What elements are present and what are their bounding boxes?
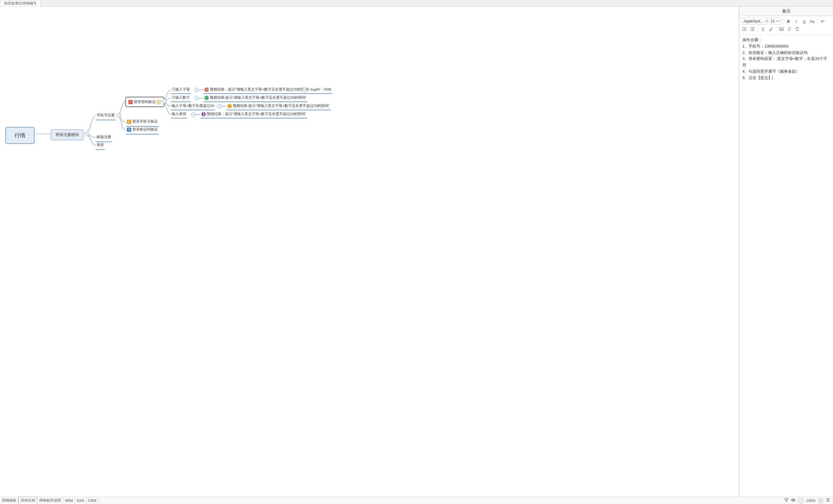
notes-line: 3、登录密码设置：:英文字母+数字，长度20个字符 <box>742 56 830 69</box>
canvas[interactable]: 行情 登录注册模块 − 手机号注册 − 邮箱注册 登录 1 登录密码验证 − 2… <box>0 7 739 497</box>
link-icon <box>787 27 791 31</box>
top-tab-bar: 供应链测试用例编写 <box>0 0 833 7</box>
result-node[interactable]: ✓ 预期结果:提示"请输入英文字母+数字且长度不超过20的密码" <box>204 95 307 102</box>
highlight-icon <box>769 27 773 31</box>
font-size-select[interactable]: 13 ▲▼ <box>769 18 781 25</box>
collapse-icon[interactable]: − <box>162 99 167 103</box>
italic-button[interactable]: I <box>793 18 800 25</box>
clipboard-button[interactable] <box>794 26 801 32</box>
notes-toolbar: .AppleSyst... ▲▼ 13 ▲▼ B I U Aa ≡▾ <box>739 16 833 34</box>
font-size-value: 13 <box>770 19 775 23</box>
bugid-node[interactable]: bugID：7568 <box>310 87 332 94</box>
bottom-tab[interactable]: CRM <box>86 497 98 504</box>
top-tab[interactable]: 供应链测试用例编写 <box>0 0 41 6</box>
bottom-tabs: 用例模板 用例实例 用例相关说明 SRM EAS CRM <box>0 497 784 504</box>
font-family-select[interactable]: .AppleSyst... ▲▼ <box>741 18 768 25</box>
separator <box>758 26 758 32</box>
link-button[interactable] <box>786 26 793 32</box>
case-node[interactable]: 只输入数字 <box>171 95 191 102</box>
bottom-tools: − 100% + <box>784 497 833 504</box>
indent-increase-button[interactable] <box>749 26 756 32</box>
align-button[interactable]: ≡▾ <box>819 18 826 25</box>
svg-point-1 <box>781 28 781 29</box>
notes-line: 2、短信验证：输入正确的短信验证码 <box>742 50 830 56</box>
bottom-bar: 用例模板 用例实例 用例相关说明 SRM EAS CRM − 100% + <box>0 497 833 504</box>
image-button[interactable] <box>778 26 785 32</box>
bottom-tab[interactable]: 用例实例 <box>19 497 37 504</box>
priority-badge-2: 2 <box>127 120 131 124</box>
notes-header: 备注 <box>739 7 833 16</box>
status-warn-icon: ! <box>228 104 232 108</box>
collapse-icon[interactable]: − <box>85 132 89 136</box>
zoom-value: 100% <box>806 499 815 503</box>
node-label: 登录验证吗验证 <box>133 127 158 132</box>
branch-email[interactable]: 邮箱注册 <box>96 134 112 142</box>
collapse-icon[interactable]: − <box>194 88 199 92</box>
case-node[interactable]: 输入字母+数字长度超过20 <box>171 103 215 110</box>
zoom-out-button[interactable]: − <box>798 498 804 503</box>
node-label: 登录密码验证 <box>134 99 156 104</box>
notes-line: 1、手机号：13845345654 <box>742 43 830 50</box>
notes-panel: 备注 .AppleSyst... ▲▼ 13 ▲▼ B I U Aa ≡▾ <box>739 7 833 497</box>
dropdown-arrows-icon: ▲▼ <box>764 20 768 22</box>
collapse-icon[interactable]: − <box>194 96 199 100</box>
notes-line: 操作步骤： <box>742 37 830 43</box>
result-node[interactable]: ‖ 预期结果：提示"请输入英文字母+数字且长度不超过20的密码" <box>200 111 307 118</box>
collapse-icon[interactable]: − <box>217 104 222 109</box>
result-text: 预期结果:提示"请输入英文字母+数字且长度不超过20的密码" <box>233 103 330 108</box>
root-node[interactable]: 行情 <box>5 127 34 144</box>
result-node[interactable]: ! 预期结果:提示"请输入英文字母+数字且长度不超过20的密码" <box>227 103 331 110</box>
connectors <box>0 7 333 158</box>
bottom-tab[interactable]: 用例相关说明 <box>37 497 63 504</box>
underline-button[interactable]: U <box>801 18 808 25</box>
clipboard-icon <box>795 27 800 31</box>
image-icon <box>779 27 784 31</box>
status-block-icon: ‖ <box>201 112 206 116</box>
highlight-button[interactable] <box>767 26 774 32</box>
main-area: 行情 登录注册模块 − 手机号注册 − 邮箱注册 登录 1 登录密码验证 − 2… <box>0 7 833 497</box>
svg-point-4 <box>793 500 794 501</box>
branch-phone[interactable]: 手机号注册 <box>96 112 116 120</box>
note-icon[interactable] <box>157 100 161 104</box>
menu-icon[interactable] <box>826 498 830 503</box>
zoom-in-button[interactable]: + <box>818 498 823 503</box>
node-label: 登录手机号验证 <box>133 119 158 124</box>
bottom-tab[interactable]: EAS <box>75 497 86 504</box>
text-cursor <box>772 76 772 80</box>
result-text: 预期结果：提示"请输入英文字母+数字且长度不超过20的密码" <box>210 87 309 92</box>
filter-icon[interactable] <box>784 498 788 503</box>
collapse-icon[interactable]: − <box>117 113 121 118</box>
notes-content[interactable]: 操作步骤： 1、手机号：13845345654 2、短信验证：输入正确的短信验证… <box>739 34 833 497</box>
bottom-tab[interactable]: 用例模板 <box>0 497 19 504</box>
case-node[interactable]: 只输入字母 <box>171 87 191 94</box>
indent-decrease-icon <box>742 27 747 31</box>
priority-badge-1: 1 <box>128 100 133 104</box>
notes-line: 5、点击【提交】 <box>742 75 830 81</box>
bold-button[interactable]: B <box>785 18 792 25</box>
node-captcha-verify[interactable]: 3 登录验证吗验证 <box>126 126 159 135</box>
separator <box>817 19 817 24</box>
branch-login[interactable]: 登录 <box>96 142 105 150</box>
priority-badge-3: 3 <box>127 127 131 132</box>
status-pass-icon: ✓ <box>205 96 209 100</box>
result-text: 预期结果：提示"请输入英文字母+数字且长度不超过20的密码" <box>207 112 306 116</box>
sub-node[interactable]: 登录注册模块 <box>51 129 84 140</box>
result-text: 预期结果:提示"请输入英文字母+数字且长度不超过20的密码" <box>210 95 307 100</box>
case-node[interactable]: 输入表情 <box>171 111 187 118</box>
bottom-tab[interactable]: SRM <box>63 497 75 504</box>
result-node[interactable]: ✕ 预期结果：提示"请输入英文字母+数字且长度不超过20的密码" <box>204 87 310 94</box>
textcase-button[interactable]: Aa <box>809 18 815 25</box>
font-family-value: .AppleSyst... <box>743 19 763 23</box>
collapse-icon[interactable]: − <box>191 112 195 117</box>
node-pwd-verify[interactable]: 1 登录密码验证 <box>125 97 165 107</box>
notes-line: 4、勾选同意并遵守《服务条款》 <box>742 69 830 75</box>
eye-icon[interactable] <box>791 498 796 503</box>
indent-decrease-button[interactable] <box>741 26 748 32</box>
separator <box>783 19 783 24</box>
indent-increase-icon <box>750 27 755 31</box>
collapse-icon[interactable]: − <box>302 88 307 92</box>
node-phone-verify[interactable]: 2 登录手机号验证 <box>126 118 159 127</box>
status-fail-icon: ✕ <box>205 88 209 92</box>
dropdown-arrows-icon: ▲▼ <box>776 20 780 22</box>
clear-format-button[interactable]: T <box>760 26 766 32</box>
